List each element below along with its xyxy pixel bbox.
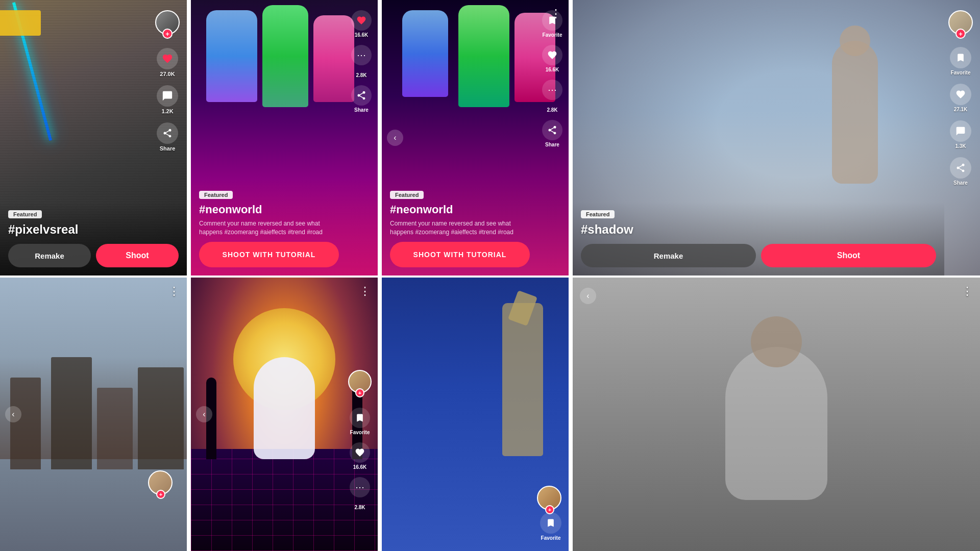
desc-3: Comment your name reversed and see what … [390, 219, 530, 237]
avatar-circle[interactable]: + [348, 370, 372, 393]
card-bottom-overlay: Featured #neonworld Comment your name re… [191, 183, 347, 276]
like-count-shadow: 27.1K [954, 107, 968, 112]
shoot-tutorial-btn-3[interactable]: SHOOT WITH TUTORIAL [390, 242, 530, 267]
heart-icon [356, 15, 366, 26]
share-button[interactable]: Share [157, 122, 178, 152]
like-count-3: 16.6K [546, 67, 559, 72]
card-neonworld-second: Favorite 16.6K ⋯ 2.8K Share [382, 0, 569, 276]
comment-count: 1.2K [161, 108, 173, 114]
heart-icon [547, 50, 557, 60]
like-button-bottom[interactable]: 16.6K [350, 442, 370, 470]
stats-right: 16.6K ⋯ 2.8K Share [351, 10, 372, 113]
featured-badge: Featured [8, 210, 42, 218]
more-dots-bottom[interactable]: ⋯ [350, 477, 370, 497]
card-bottom-3: Featured #neonworld Comment your name re… [382, 183, 538, 276]
more-dots-icon[interactable]: ⋯ [351, 45, 372, 65]
share-label: Share [354, 107, 369, 113]
like-count-bottom: 16.6K [353, 464, 367, 470]
share-button[interactable]: Share [351, 85, 372, 113]
bookmark-statue[interactable]: Favorite [540, 512, 561, 541]
like-count: 27.0K [160, 71, 175, 77]
heart-icon [955, 89, 966, 99]
bookmark-shadow[interactable]: Favorite [950, 47, 971, 76]
comment-icon [955, 126, 966, 136]
card-pixelvsreal: + 27.0K 1.2K [0, 0, 187, 276]
hashtag-3: #neonworld [390, 203, 530, 216]
avatar-wrap[interactable]: + [155, 10, 180, 35]
shoot-shadow-button[interactable]: Shoot [761, 244, 936, 267]
back-arrow-3[interactable]: ‹ [387, 130, 403, 146]
card-retrowave: + Favorite 16.6K ⋯ 2.8K ‹ [191, 276, 378, 551]
bookmark-icon [955, 53, 966, 63]
featured-badge-shadow: Featured [581, 210, 615, 218]
more-options-3[interactable]: ⋮ [550, 7, 561, 20]
remake-shadow-button[interactable]: Remake [581, 244, 756, 267]
more-options-gray[interactable]: ⋮ [962, 285, 973, 298]
share-icon [955, 163, 966, 173]
like-button[interactable]: 16.6K [351, 10, 372, 38]
avatar-shadow[interactable]: + [948, 10, 973, 35]
favorite-label: Favorite [350, 430, 370, 435]
bookmark-icon [546, 518, 556, 528]
right-action-icons: + 27.0K 1.2K [155, 10, 180, 152]
stats-right-bottom: + Favorite 16.6K ⋯ 2.8K [348, 370, 372, 510]
comment-count-label: 2.8K [356, 72, 366, 78]
comment-shadow[interactable]: 1.3K [950, 120, 971, 149]
back-arrow[interactable]: ‹ [5, 406, 21, 422]
back-arrow-bottom[interactable]: ‹ [196, 406, 212, 422]
bookmark-icon [355, 413, 365, 423]
comment-button[interactable]: 1.2K [157, 85, 178, 114]
description: Comment your name reversed and see what … [199, 219, 339, 237]
share-label: Share [160, 145, 176, 152]
card-shadow: + Favorite 27.1K [573, 0, 980, 276]
featured-badge-3: Featured [390, 191, 424, 199]
like-count: 16.6K [355, 32, 369, 38]
stats-right-3: Favorite 16.6K ⋯ 2.8K Share [542, 10, 562, 147]
shoot-button[interactable]: Shoot [96, 244, 179, 267]
like-top[interactable]: 16.6K [542, 45, 562, 72]
comment-count-shadow: 1.3K [955, 143, 966, 149]
comment-icon [162, 90, 173, 102]
share-icon [162, 128, 173, 138]
shoot-with-tutorial-button[interactable]: SHOOT WITH TUTORIAL [199, 242, 339, 267]
share-icon [547, 125, 557, 135]
card-bottom-shadow: Featured #shadow Remake Shoot [573, 202, 944, 276]
card-bottom-overlay: Featured #pixelvsreal Remake Shoot [0, 202, 187, 276]
share-shadow[interactable]: Share [950, 157, 971, 186]
more-options-top[interactable]: ⋮ [359, 285, 371, 298]
card-statue-liberty: + Favorite [382, 276, 569, 551]
heart-outline-icon [355, 447, 365, 458]
share-3[interactable]: Share [542, 120, 562, 147]
more-dots-3[interactable]: ⋯ [542, 80, 562, 100]
card-grayscale: ‹ ⋮ [573, 276, 980, 551]
like-button[interactable]: 27.0K [157, 48, 178, 77]
remake-button[interactable]: Remake [8, 244, 91, 267]
more-options-button[interactable]: ⋮ [168, 285, 180, 298]
card-city: ‹ ⋮ + [0, 276, 187, 551]
comment-count-bottom: 2.8K [354, 505, 365, 510]
featured-badge: Featured [199, 191, 233, 199]
back-arrow-gray[interactable]: ‹ [580, 288, 596, 304]
heart-icon [162, 53, 173, 64]
hashtag-title: #neonworld [199, 203, 339, 216]
comment-count-3: 2.8K [547, 107, 557, 113]
like-shadow[interactable]: 27.1K [950, 84, 971, 112]
follow-plus-icon[interactable]: + [162, 29, 173, 39]
action-buttons: Remake Shoot [8, 244, 179, 267]
action-buttons-shadow: Remake Shoot [581, 244, 936, 267]
hashtag-shadow: #shadow [581, 222, 936, 237]
bookmark-button[interactable]: Favorite [350, 408, 370, 435]
card-neonworld-top: 16.6K ⋯ 2.8K Share Featured #neonworld C… [191, 0, 378, 276]
hashtag-title: #pixelvsreal [8, 222, 179, 237]
share-icon [356, 90, 366, 101]
right-icons-shadow: + Favorite 27.1K [948, 10, 973, 186]
